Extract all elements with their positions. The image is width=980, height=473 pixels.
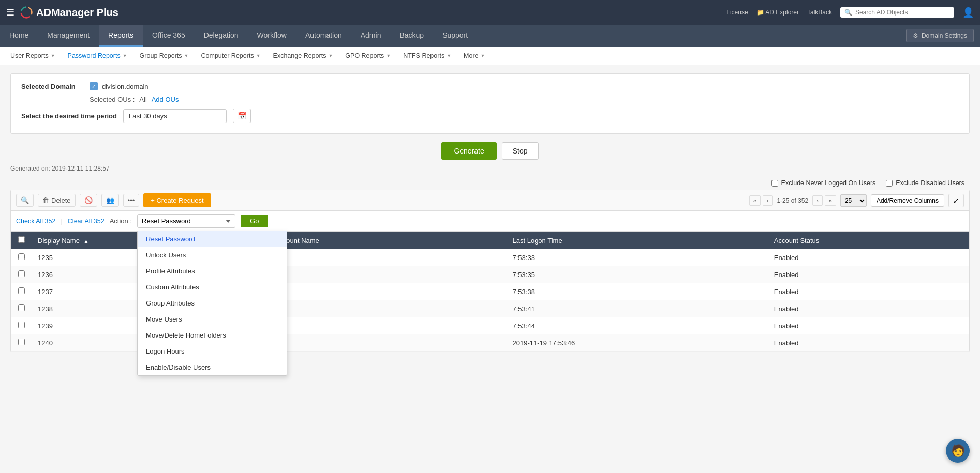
hamburger-menu[interactable]: ☰ (6, 7, 14, 18)
nav-item-admin[interactable]: Admin (351, 25, 391, 47)
selected-domain-label: Selected Domain (21, 83, 83, 90)
check-all-link[interactable]: Check All 352 (16, 218, 55, 225)
add-ou-link[interactable]: Add OUs (152, 96, 179, 103)
nav-item-delegation[interactable]: Delegation (195, 25, 248, 47)
time-period-input[interactable] (123, 109, 227, 123)
disable-button[interactable]: 🚫 (80, 194, 97, 207)
nav-item-management[interactable]: Management (38, 25, 99, 47)
create-request-button[interactable]: + Create Request (143, 193, 211, 207)
row-checkbox[interactable] (11, 266, 32, 283)
more-options-button[interactable]: ••• (123, 194, 140, 207)
toolbar-left: 🔍 🗑 Delete 🚫 👥 ••• + Create Request (16, 193, 211, 207)
nav-bar: Home Management Reports Office 365 Deleg… (0, 25, 980, 47)
dropdown-item-group-attributes[interactable]: Group Attributes (138, 295, 287, 311)
nav-item-home[interactable]: Home (0, 25, 38, 47)
clear-all-link[interactable]: Clear All 352 (68, 218, 105, 225)
stop-button[interactable]: Stop (502, 142, 539, 160)
row-sam-account: 1248 (253, 317, 507, 334)
user-icon[interactable]: 👤 (962, 7, 974, 18)
subnav-ntfs-reports[interactable]: NTFS Reports ▼ (398, 47, 456, 65)
dropdown-item-move-delete-homefolders[interactable]: Move/Delete HomeFolders (138, 327, 287, 343)
domain-settings-button[interactable]: ⚙ Domain Settings (906, 29, 974, 42)
select-all-checkbox[interactable] (18, 236, 25, 243)
search-icon: 🔍 (844, 9, 852, 16)
top-bar: ☰ ADManager Plus License 📁 AD Explorer T… (0, 0, 980, 25)
dropdown-item-enable-disable-users[interactable]: Enable/Disable Users (138, 359, 287, 375)
gear-icon: ⚙ (913, 32, 918, 39)
table-toolbar: 🔍 🗑 Delete 🚫 👥 ••• + Create Request (11, 190, 969, 211)
search-input[interactable] (855, 9, 950, 16)
subnav-user-reports[interactable]: User Reports ▼ (5, 47, 61, 65)
dropdown-item-profile-attributes[interactable]: Profile Attributes (138, 263, 287, 279)
row-checkbox[interactable] (11, 317, 32, 334)
row-select-checkbox[interactable] (18, 304, 25, 311)
row-checkbox[interactable] (11, 300, 32, 317)
subnav-gpo-reports[interactable]: GPO Reports ▼ (340, 47, 396, 65)
time-period-row: Select the desired time period 📅 (21, 109, 959, 123)
domain-row: ✓ division.domain (90, 82, 149, 90)
dropdown-item-reset-password[interactable]: Reset Password (138, 231, 287, 247)
sort-icon: ▲ (84, 238, 89, 244)
table-container: 🔍 🗑 Delete 🚫 👥 ••• + Create Request (10, 190, 970, 352)
nav-item-reports[interactable]: Reports (99, 25, 143, 47)
nav-item-office365[interactable]: Office 365 (143, 25, 195, 47)
exclude-never-logged-checkbox[interactable] (771, 180, 778, 187)
chevron-down-icon: ▼ (447, 53, 451, 58)
exclude-disabled-option[interactable]: Exclude Disabled Users (886, 179, 964, 187)
user-action-button[interactable]: 👥 (101, 194, 119, 207)
delete-button[interactable]: 🗑 Delete (38, 194, 76, 207)
talkback-link[interactable]: TalkBack (807, 9, 832, 16)
subnav-computer-reports[interactable]: Computer Reports ▼ (196, 47, 266, 65)
row-checkbox[interactable] (11, 283, 32, 300)
row-checkbox[interactable] (11, 334, 32, 352)
row-select-checkbox[interactable] (18, 253, 25, 260)
exclude-never-logged-option[interactable]: Exclude Never Logged On Users (771, 179, 876, 187)
fullscreen-button[interactable]: ⤢ (948, 194, 964, 207)
dropdown-item-custom-attributes[interactable]: Custom Attributes (138, 279, 287, 295)
header-last-logon[interactable]: Last Logon Time (507, 232, 768, 249)
page-size-select[interactable]: 25 50 100 (840, 194, 867, 207)
chevron-down-icon: ▼ (386, 53, 391, 58)
domain-checkbox[interactable]: ✓ (90, 82, 98, 90)
header-account-status[interactable]: Account Status (768, 232, 969, 249)
chat-icon[interactable]: 🧑 (946, 439, 970, 463)
dropdown-item-logon-hours[interactable]: Logon Hours (138, 343, 287, 359)
search-table-button[interactable]: 🔍 (16, 194, 34, 207)
subnav-exchange-reports[interactable]: Exchange Reports ▼ (268, 47, 338, 65)
action-select[interactable]: Reset Password Unlock Users Profile Attr… (137, 214, 235, 228)
nav-item-workflow[interactable]: Workflow (248, 25, 296, 47)
row-select-checkbox[interactable] (18, 270, 25, 277)
chevron-down-icon: ▼ (51, 53, 55, 58)
row-select-checkbox[interactable] (18, 322, 25, 328)
row-last-logon: 7:53:38 (507, 283, 768, 300)
row-checkbox[interactable] (11, 249, 32, 266)
search-box: 🔍 (840, 7, 954, 18)
first-page-button[interactable]: « (749, 195, 761, 206)
dropdown-item-move-users[interactable]: Move Users (138, 311, 287, 327)
nav-item-support[interactable]: Support (433, 25, 477, 47)
dropdown-item-unlock-users[interactable]: Unlock Users (138, 247, 287, 263)
chevron-down-icon: ▼ (256, 53, 261, 58)
nav-right: ⚙ Domain Settings (906, 25, 980, 47)
row-select-checkbox[interactable] (18, 339, 25, 345)
row-select-checkbox[interactable] (18, 287, 25, 294)
nav-item-automation[interactable]: Automation (296, 25, 351, 47)
add-remove-columns-button[interactable]: Add/Remove Columns (871, 194, 944, 207)
subnav-more[interactable]: More ▼ (458, 47, 490, 65)
license-link[interactable]: License (726, 9, 748, 16)
nav-item-backup[interactable]: Backup (390, 25, 433, 47)
exclude-disabled-checkbox[interactable] (886, 180, 893, 187)
ad-explorer-link[interactable]: 📁 AD Explorer (756, 9, 799, 16)
prev-page-button[interactable]: ‹ (763, 195, 773, 206)
chevron-down-icon: ▼ (123, 53, 127, 58)
next-page-button[interactable]: › (812, 195, 823, 206)
subnav-password-reports[interactable]: Password Reports ▼ (63, 47, 132, 65)
calendar-button[interactable]: 📅 (233, 109, 251, 123)
subnav-group-reports[interactable]: Group Reports ▼ (135, 47, 194, 65)
go-button[interactable]: Go (241, 215, 268, 227)
logo-text: ADManager Plus (36, 7, 118, 19)
header-sam-account[interactable]: SAM Account Name (253, 232, 507, 249)
action-bar: Check All 352 | Clear All 352 Action : R… (11, 211, 969, 232)
last-page-button[interactable]: » (825, 195, 836, 206)
generate-button[interactable]: Generate (441, 142, 496, 160)
